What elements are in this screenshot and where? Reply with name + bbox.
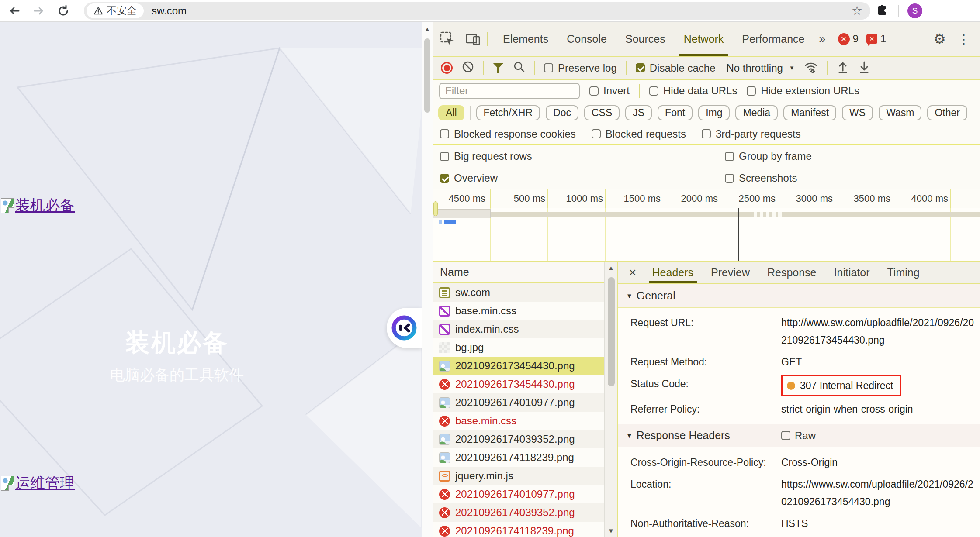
scroll-up-icon[interactable]: ▲: [605, 264, 617, 272]
details-tab[interactable]: Timing: [879, 262, 928, 283]
table-row[interactable]: index.min.css: [433, 320, 604, 338]
third-party-requests-checkbox[interactable]: 3rd-party requests: [702, 128, 801, 140]
disable-cache-checkbox[interactable]: Disable cache: [636, 62, 716, 74]
raw-checkbox[interactable]: Raw: [781, 430, 816, 442]
bookmark-star-icon[interactable]: ☆: [852, 3, 862, 18]
devtools-tab[interactable]: Sources: [616, 22, 675, 56]
blocked-requests-checkbox[interactable]: Blocked requests: [592, 128, 686, 140]
filter-chip[interactable]: Font: [658, 105, 693, 120]
filter-chip[interactable]: Doc: [546, 105, 578, 120]
devtools-tab[interactable]: Performance: [733, 22, 814, 56]
invert-checkbox[interactable]: Invert: [589, 85, 630, 97]
link-yunwei[interactable]: 运维管理: [15, 473, 75, 493]
filter-chip[interactable]: CSS: [584, 105, 620, 120]
inspect-element-icon[interactable]: [440, 31, 455, 46]
screenshots-checkbox[interactable]: Screenshots: [725, 172, 797, 184]
big-request-rows-checkbox[interactable]: Big request rows: [440, 150, 532, 162]
url-bar[interactable]: 不安全 sw.com ☆: [84, 2, 870, 20]
filter-funnel-icon[interactable]: [493, 63, 504, 73]
extensions-icon[interactable]: [875, 3, 890, 18]
forward-icon[interactable]: [31, 3, 46, 18]
table-row[interactable]: 20210926173454430.png: [433, 357, 604, 375]
error-badge[interactable]: ✕ 9: [838, 33, 859, 45]
hide-extension-urls-checkbox[interactable]: Hide extension URLs: [747, 85, 859, 97]
filter-chip[interactable]: Fetch/XHR: [476, 105, 540, 120]
filter-chip[interactable]: Img: [698, 105, 730, 120]
table-row[interactable]: 20210926173454430.png: [433, 375, 604, 393]
scrollbar-thumb[interactable]: [424, 38, 430, 113]
close-icon[interactable]: ×: [629, 265, 637, 280]
more-tabs-icon[interactable]: »: [819, 32, 824, 46]
scrollbar-thumb[interactable]: [608, 277, 615, 386]
page-scrollbar[interactable]: ▲: [422, 22, 433, 537]
filter-chip[interactable]: WS: [842, 105, 873, 120]
filter-chip[interactable]: Manifest: [783, 105, 836, 120]
settings-gear-icon[interactable]: ⚙: [933, 31, 946, 47]
blocked-response-cookies-checkbox[interactable]: Blocked response cookies: [440, 128, 576, 140]
details-tab[interactable]: Preview: [702, 262, 758, 283]
filter-chip[interactable]: Media: [735, 105, 778, 120]
devtools-tab[interactable]: Elements: [494, 22, 558, 56]
search-icon[interactable]: [513, 61, 525, 76]
selection-handle[interactable]: [433, 201, 438, 216]
scroll-down-icon[interactable]: ▼: [605, 527, 617, 534]
group-by-frame-checkbox[interactable]: Group by frame: [725, 150, 812, 162]
filter-input[interactable]: [439, 83, 580, 99]
page-link-bottom[interactable]: 运维管理: [1, 473, 75, 493]
network-conditions-icon[interactable]: [804, 60, 818, 76]
reload-icon[interactable]: [56, 3, 71, 18]
hide-data-urls-checkbox[interactable]: Hide data URLs: [649, 85, 737, 97]
filter-chip[interactable]: JS: [625, 105, 652, 120]
requests-scrollbar[interactable]: ▲ ▼: [604, 262, 617, 537]
import-har-icon[interactable]: [837, 60, 849, 76]
clear-button[interactable]: [462, 61, 474, 76]
resource-type-icon: [439, 397, 450, 408]
response-headers-section-header[interactable]: ▼ Response Headers Raw: [618, 424, 980, 448]
network-overview-band[interactable]: [433, 208, 980, 262]
timeline-ruler[interactable]: 500 ms1000 ms1500 ms2000 ms2500 ms3000 m…: [433, 189, 980, 208]
overview-checkbox[interactable]: Overview: [440, 172, 498, 184]
table-row[interactable]: bg.jpg: [433, 338, 604, 357]
record-button[interactable]: [441, 62, 453, 74]
url-text[interactable]: sw.com: [152, 5, 852, 17]
table-row[interactable]: 20210926174118239.png: [433, 448, 604, 467]
chips-divider: [470, 106, 471, 120]
table-row[interactable]: 20210926174039352.png: [433, 430, 604, 448]
scroll-up-icon[interactable]: ▲: [422, 25, 433, 33]
export-har-icon[interactable]: [858, 60, 870, 76]
details-tab[interactable]: Initiator: [825, 262, 879, 283]
security-chip[interactable]: 不安全: [87, 3, 144, 18]
devtools-tab[interactable]: Network: [675, 22, 733, 56]
profile-avatar[interactable]: S: [907, 3, 922, 18]
details-tab[interactable]: Response: [758, 262, 825, 283]
overview-selection[interactable]: [433, 209, 491, 218]
kebab-menu-icon[interactable]: ⋮: [957, 31, 970, 47]
table-row[interactable]: 20210926174118239.png: [433, 522, 604, 537]
table-row[interactable]: 20210926174039352.png: [433, 503, 604, 522]
table-row[interactable]: base.min.css: [433, 302, 604, 320]
table-row[interactable]: base.min.css: [433, 412, 604, 430]
filter-chip[interactable]: Other: [927, 105, 967, 120]
table-row[interactable]: jquery.min.js: [433, 467, 604, 485]
table-row[interactable]: 20210926174010977.png: [433, 393, 604, 412]
preserve-log-checkbox[interactable]: Preserve log: [544, 62, 617, 74]
request-name: 20210926174118239.png: [455, 525, 574, 537]
name-column-header[interactable]: Name: [433, 262, 617, 283]
back-icon[interactable]: [7, 3, 22, 18]
general-section-header[interactable]: ▼ General: [618, 284, 980, 308]
filter-chip[interactable]: Wasm: [879, 105, 921, 120]
filter-chip-all[interactable]: All: [438, 105, 464, 120]
devtools-tab[interactable]: Console: [558, 22, 616, 56]
resource-type-icon: [439, 306, 450, 317]
request-name: 20210926173454430.png: [455, 378, 575, 390]
issues-badge[interactable]: ✕ 1: [866, 33, 886, 45]
throttling-select[interactable]: No throttling ▼: [726, 62, 794, 74]
table-row[interactable]: sw.com: [433, 283, 604, 302]
details-tab[interactable]: Headers: [644, 262, 703, 283]
link-zhuangji[interactable]: 装机必备: [15, 196, 75, 216]
device-toolbar-icon[interactable]: [465, 31, 481, 46]
tab-label: Elements: [503, 33, 548, 45]
table-row[interactable]: 20210926174010977.png: [433, 485, 604, 503]
hide-extension-urls-label: Hide extension URLs: [761, 85, 859, 97]
page-link-top[interactable]: 装机必备: [1, 196, 75, 216]
